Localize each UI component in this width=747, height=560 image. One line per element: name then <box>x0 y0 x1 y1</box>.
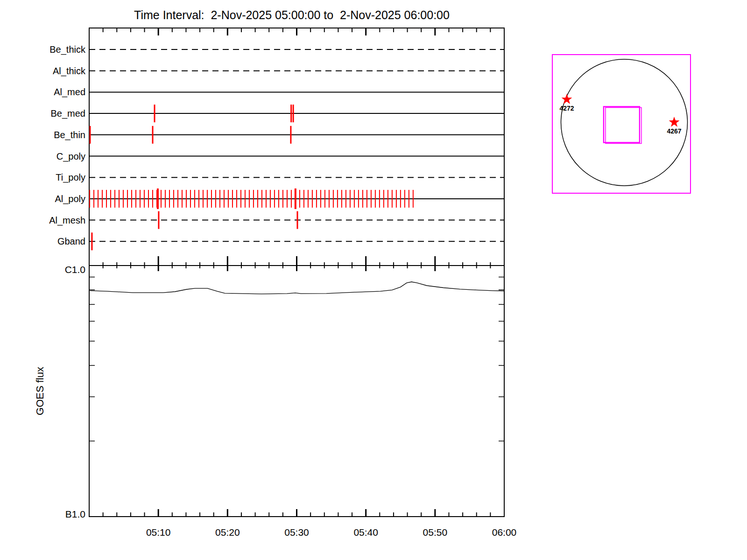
exposure-tick-dense <box>98 190 99 208</box>
exposure-tick <box>91 232 92 250</box>
exposure-tick-dense <box>182 190 183 208</box>
exposure-tick-dense <box>409 190 409 208</box>
exposure-tick-dense <box>224 190 225 208</box>
exposure-tick-dense <box>282 190 283 208</box>
exposure-tick-dense <box>291 190 292 208</box>
exposure-tick-dense <box>177 190 178 208</box>
exposure-tick-dense <box>203 190 204 208</box>
exposure-tick-dense <box>388 190 388 208</box>
exposure-tick-dense <box>198 190 199 208</box>
goes-panel-frame <box>89 266 504 517</box>
exposure-tick-dense <box>253 190 254 208</box>
exposure-tick-dense <box>148 190 149 208</box>
fov-square <box>604 106 640 142</box>
exposure-tick-dense <box>316 190 317 208</box>
exposure-tick-dense <box>173 190 174 208</box>
filter-row-label-C_poly: C_poly <box>56 151 85 162</box>
exposure-tick <box>152 126 154 144</box>
filter-row-label-Be_thick: Be_thick <box>49 44 86 55</box>
exposure-tick-dense <box>169 190 170 208</box>
exposure-tick-dense <box>106 190 107 208</box>
exposure-tick-dense <box>350 190 351 208</box>
exposure-tick-dense <box>312 190 313 208</box>
exposure-tick-dense <box>371 190 372 208</box>
exposure-tick-dense <box>266 190 267 208</box>
active-region-star <box>669 117 680 127</box>
exposure-tick-dense <box>329 190 330 208</box>
exposure-tick-dense <box>114 190 115 208</box>
exposure-tick <box>89 126 91 144</box>
exposure-tick-dense <box>274 190 275 208</box>
goes-top-label: C1.0 <box>65 264 85 275</box>
exposure-tick-dense <box>287 190 288 208</box>
exposure-tick <box>290 126 291 144</box>
exposure-tick-dense <box>131 190 132 208</box>
solar-limb-circle <box>561 59 688 186</box>
exposure-tick-dense <box>219 190 220 208</box>
filter-row-label-Al_mesh: Al_mesh <box>49 215 85 226</box>
exposure-tick <box>154 105 155 122</box>
active-region-label: 4272 <box>559 105 574 112</box>
exposure-tick-dense <box>257 190 258 208</box>
exposure-tick-dense <box>392 190 393 208</box>
x-tick-label: 05:10 <box>146 527 171 538</box>
plot-title: Time Interval: 2-Nov-2025 05:00:00 to 2-… <box>0 8 584 22</box>
exposure-tick <box>293 105 294 122</box>
exposure-tick-dense <box>207 190 208 208</box>
exposure-tick-dense <box>362 190 363 208</box>
exposure-tick-dense <box>278 190 279 208</box>
inset-frame <box>552 55 691 193</box>
exposure-tick-dense <box>249 190 250 208</box>
exposure-tick-dense <box>337 190 338 208</box>
exposure-tick-dense <box>140 190 141 208</box>
filter-row-label-Al_thick: Al_thick <box>53 66 86 77</box>
exposure-tick-dense <box>396 190 397 208</box>
exposure-tick-dense <box>119 190 120 208</box>
exposure-tick-dense <box>102 190 103 208</box>
filter-row-label-Gband: Gband <box>57 236 85 246</box>
solar-timeline-figure: Be_thickAl_thickAl_medBe_medBe_thinC_pol… <box>0 0 747 560</box>
filter-row-label-Be_thin: Be_thin <box>54 130 85 140</box>
exposure-tick-dense <box>93 190 94 208</box>
exposure-tick-dense <box>190 190 191 208</box>
exposure-tick-dense <box>413 190 414 208</box>
exposure-tick-dense <box>228 190 229 208</box>
fov-square-outline <box>606 107 641 143</box>
exposure-tick-dense <box>240 190 241 208</box>
x-tick-label: 05:30 <box>284 527 309 538</box>
exposure-tick-dense <box>194 190 195 208</box>
filter-row-label-Al_poly: Al_poly <box>55 194 85 204</box>
filter-row-label-Ti_poly: Ti_poly <box>56 172 85 183</box>
exposure-tick-dense <box>211 190 212 208</box>
figure-svg: Be_thickAl_thickAl_medBe_medBe_thinC_pol… <box>0 0 747 560</box>
exposure-tick-dense <box>110 190 111 208</box>
active-region-label: 4267 <box>667 127 681 135</box>
exposure-tick-dense <box>324 190 325 208</box>
exposure-tick-dense <box>404 190 405 208</box>
exposure-tick-dense <box>152 190 153 208</box>
exposure-tick-dense <box>144 190 145 208</box>
exposure-tick-dense <box>161 190 162 208</box>
x-tick-label: 06:00 <box>492 527 517 538</box>
exposure-tick-dense <box>232 190 233 208</box>
exposure-tick-dense <box>308 190 309 208</box>
exposure-tick-dense <box>383 190 384 208</box>
exposure-tick-dense <box>261 190 262 208</box>
exposure-tick-dense <box>89 190 90 208</box>
filter-panel-frame <box>89 28 504 266</box>
exposure-tick-dense <box>341 190 342 208</box>
exposure-tick-dense <box>333 190 334 208</box>
exposure-tick <box>296 211 298 229</box>
filter-row-label-Al_med: Al_med <box>54 87 85 98</box>
exposure-tick-dense <box>245 190 246 208</box>
exposure-tick-dense <box>366 190 367 208</box>
exposure-tick-dense <box>135 190 136 208</box>
active-region-star <box>562 94 572 104</box>
exposure-tick-dense <box>165 190 166 208</box>
exposure-tick-dense <box>400 190 401 208</box>
exposure-tick-major <box>157 189 159 209</box>
exposure-tick-major <box>295 189 296 209</box>
exposure-tick <box>290 105 292 122</box>
exposure-tick-dense <box>127 190 128 208</box>
exposure-tick <box>158 211 159 229</box>
